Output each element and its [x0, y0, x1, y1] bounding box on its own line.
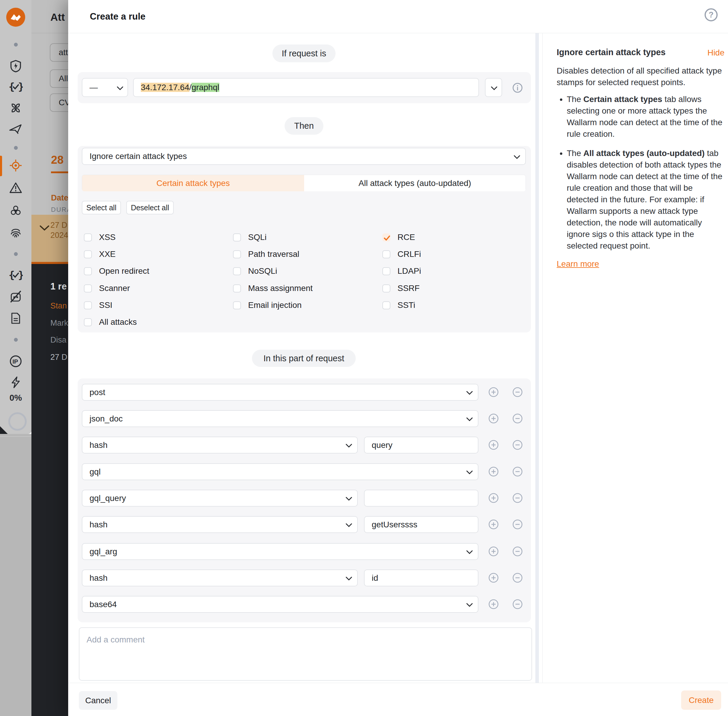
checkbox-label: Scanner — [99, 284, 130, 293]
dot — [0, 332, 32, 347]
checkbox-path-traversal[interactable] — [233, 250, 241, 258]
learn-more-link[interactable]: Learn more — [557, 259, 599, 268]
checkbox-rce[interactable] — [382, 234, 390, 241]
chevron-down-icon[interactable] — [39, 225, 50, 231]
info-icon[interactable] — [512, 82, 523, 93]
help-icon[interactable]: ? — [705, 8, 717, 21]
checkbox-label: SSRF — [398, 284, 420, 293]
disable-link[interactable]: Disa — [50, 335, 67, 345]
part-select-hash[interactable]: hash — [82, 437, 358, 454]
add-part-icon[interactable] — [489, 493, 499, 503]
in-this-part-pill: In this part of request — [252, 350, 356, 367]
biohazard-icon[interactable] — [0, 203, 32, 217]
add-part-icon[interactable] — [489, 387, 499, 397]
checkbox-label: All attacks — [99, 317, 137, 327]
uri-path-highlight: graphql — [191, 83, 219, 92]
checkbox-ssrf[interactable] — [382, 284, 390, 293]
part-select-hash[interactable]: hash — [82, 569, 358, 586]
condition-operator-select[interactable]: — — [82, 78, 128, 97]
status-link[interactable]: Stan — [50, 301, 67, 311]
part-param-input[interactable] — [364, 490, 478, 507]
chevron-down-icon — [466, 470, 473, 475]
remove-part-icon[interactable] — [513, 573, 522, 583]
add-part-icon[interactable] — [489, 573, 499, 583]
bolt-icon[interactable] — [0, 375, 32, 390]
uri-input[interactable]: 34.172.17.64/graphql — [133, 78, 479, 97]
cancel-button[interactable]: Cancel — [79, 691, 117, 710]
document-icon[interactable] — [0, 311, 32, 325]
chevron-down-icon — [491, 86, 497, 91]
wallarm-logo — [0, 10, 32, 24]
checkbox-all-attacks[interactable] — [84, 318, 92, 326]
add-part-icon[interactable] — [489, 599, 499, 609]
select-all-button[interactable]: Select all — [82, 201, 121, 214]
remove-part-icon[interactable] — [513, 546, 522, 557]
uri-expand-button[interactable] — [485, 78, 502, 97]
create-button[interactable]: Create — [681, 690, 721, 710]
ip-icon[interactable]: IP — [0, 354, 32, 369]
checkbox-crlfi[interactable] — [382, 250, 390, 258]
remove-part-icon[interactable] — [513, 493, 522, 503]
bot-disabled-icon[interactable] — [0, 290, 32, 304]
part-select-json_doc[interactable]: json_doc — [82, 410, 478, 427]
remove-part-icon[interactable] — [513, 599, 522, 609]
checkbox-open-redirect[interactable] — [84, 267, 92, 275]
shield-icon[interactable] — [0, 59, 32, 73]
part-select-hash[interactable]: hash — [82, 516, 358, 533]
part-select-gql[interactable]: gql — [82, 463, 478, 480]
svg-text:}: } — [18, 269, 23, 281]
app-root: {}{}IP 0% Att attAllCV 28 Date DURA 27 D… — [0, 0, 728, 716]
part-param-input[interactable]: query — [364, 437, 478, 454]
checkbox-mass-assignment[interactable] — [233, 284, 241, 293]
remove-part-icon[interactable] — [513, 519, 522, 529]
part-select-post[interactable]: post — [82, 384, 478, 401]
tab-all-attack-types[interactable]: All attack types (auto-updated) — [304, 175, 525, 191]
chevron-down-icon — [346, 497, 352, 501]
part-select-gql_arg[interactable]: gql_arg — [82, 543, 478, 560]
part-select-base64[interactable]: base64 — [82, 596, 478, 613]
checkbox-ldapi[interactable] — [382, 267, 390, 275]
checkbox-xxe[interactable] — [84, 250, 92, 258]
checkbox-label: SQLi — [248, 232, 266, 242]
add-part-icon[interactable] — [489, 519, 499, 529]
tab-certain-attack-types[interactable]: Certain attack types — [82, 175, 304, 191]
add-part-icon[interactable] — [489, 546, 499, 557]
add-part-icon[interactable] — [489, 440, 499, 450]
checkbox-xss[interactable] — [84, 234, 92, 241]
requests-count: 1 re — [50, 281, 67, 292]
add-part-icon[interactable] — [489, 467, 499, 476]
if-request-is-pill: If request is — [272, 44, 336, 62]
checkbox-sqli[interactable] — [233, 234, 241, 241]
modal-scrollbar[interactable] — [535, 33, 539, 683]
part-param-input[interactable]: getUserssss — [364, 516, 478, 533]
checkbox-ssti[interactable] — [382, 301, 390, 309]
part-select-gql_query[interactable]: gql_query — [82, 490, 358, 507]
remove-part-icon[interactable] — [513, 440, 522, 450]
mark-link[interactable]: Mark — [50, 319, 68, 328]
plane-icon[interactable] — [0, 122, 32, 136]
comment-textarea[interactable]: Add a comment — [79, 627, 532, 681]
braces-check-icon[interactable]: {} — [0, 80, 32, 94]
usage-percent: 0% — [0, 393, 32, 403]
checkbox-scanner[interactable] — [84, 284, 92, 293]
remove-part-icon[interactable] — [513, 387, 522, 397]
checkbox-ssi[interactable] — [84, 301, 92, 309]
avatar[interactable] — [8, 412, 27, 431]
checkbox-email-injection[interactable] — [233, 301, 241, 309]
braces-check-icon[interactable]: {} — [0, 268, 32, 282]
deselect-all-button[interactable]: Deselect all — [126, 201, 174, 214]
checkbox-nosqli[interactable] — [233, 267, 241, 275]
add-part-icon[interactable] — [489, 413, 499, 423]
fingerprint-icon[interactable] — [0, 226, 32, 240]
warning-icon[interactable] — [0, 181, 32, 195]
remove-part-icon[interactable] — [513, 467, 522, 476]
part-param-input[interactable]: id — [364, 569, 478, 586]
chevron-down-icon — [466, 391, 473, 395]
target-icon[interactable] — [0, 158, 32, 173]
remove-part-icon[interactable] — [513, 413, 522, 423]
rule-action-select[interactable]: Ignore certain attack types — [82, 148, 526, 165]
sidebar-corner-shadow — [0, 426, 8, 434]
hide-link[interactable]: Hide — [707, 48, 725, 58]
uri-host-highlight: 34.172.17.64 — [141, 83, 189, 92]
clover-icon[interactable] — [0, 101, 32, 115]
